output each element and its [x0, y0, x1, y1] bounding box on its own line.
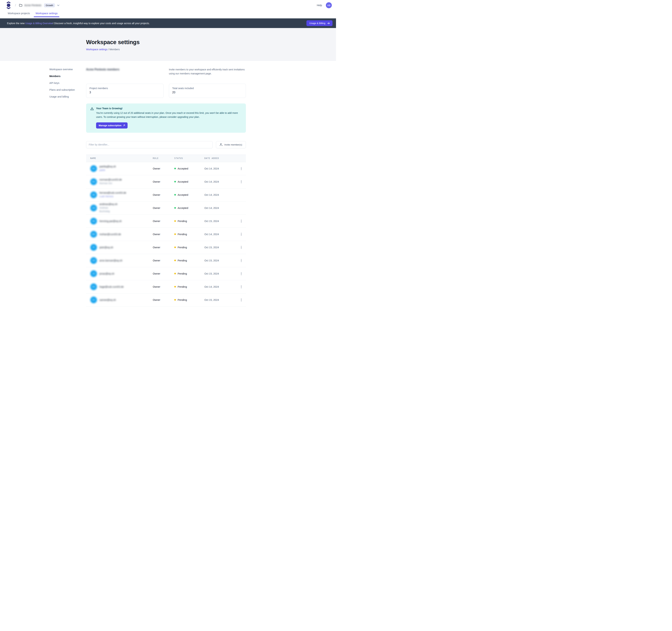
member-date-added: Oct 14, 2024 — [205, 167, 237, 170]
workspace-name[interactable]: Acme Pentests — [24, 4, 42, 7]
alert-body: You're currently using 12 out of 20 addi… — [96, 111, 242, 119]
project-members-card: Project members 3 — [86, 84, 164, 98]
member-secondary-name[interactable]: Norman Orz — [99, 182, 122, 185]
brand-logo-icon[interactable] — [6, 1, 11, 9]
breadcrumb-separator: / — [15, 3, 16, 7]
member-secondary-name[interactable]: Luah Herrera — [99, 195, 126, 198]
member-secondary-name[interactable]: AndreasBuchsteig — [99, 206, 117, 213]
member-email: samee@wy.sh — [99, 299, 116, 301]
member-email: piotr@wy.sh — [99, 246, 113, 249]
member-avatar: SA — [90, 297, 97, 303]
member-avatar: HE — [90, 218, 97, 225]
table-row: AR arne.loenser@wy.sh Owner Pending Oct … — [86, 254, 246, 267]
member-status: Pending — [177, 285, 187, 288]
member-email: jonas@wy.sh — [99, 272, 114, 275]
row-menu-button[interactable] — [240, 271, 243, 277]
member-role: Owner — [153, 272, 174, 275]
tab-workspace-projects[interactable]: Workspace projects — [7, 10, 31, 17]
settings-sidenav: Workspace overview Members API keys Plan… — [49, 68, 79, 307]
invite-members-button[interactable]: Invite member(s) — [216, 141, 246, 148]
member-email: hage@sub.curo53.de — [99, 285, 124, 288]
status-dot-icon — [174, 299, 176, 301]
plan-badge: Growth — [44, 3, 55, 7]
team-growing-alert: Your Team is Growing! You're currently u… — [86, 103, 246, 133]
tab-workspace-settings[interactable]: Workspace settings — [35, 10, 58, 17]
member-email: norman@curo53.de — [99, 178, 122, 181]
member-status: Accepted — [177, 207, 188, 209]
project-members-label: Project members — [90, 87, 160, 90]
members-table-header: NAME ROLE STATUS DATE ADDED — [86, 155, 246, 162]
status-dot-icon — [174, 168, 176, 169]
table-row: SA samee@wy.sh Owner Pending Oct 15, 202… — [86, 294, 246, 307]
arrow-up-right-icon — [123, 124, 125, 126]
row-menu-button[interactable] — [240, 284, 243, 290]
members-heading: Acme Pentests members — [86, 68, 169, 76]
table-row: JO jonas@wy.sh Owner Pending Oct 15, 202… — [86, 267, 246, 280]
member-role: Owner — [153, 207, 174, 209]
member-email: herrara@sub.curo53.de — [99, 191, 126, 194]
status-dot-icon — [174, 194, 176, 195]
workspace-tabs: Workspace projects Workspace settings — [0, 10, 336, 18]
column-header-role: ROLE — [153, 157, 174, 160]
row-menu-button[interactable] — [240, 231, 243, 237]
member-avatar: PI — [90, 244, 97, 251]
row-menu-button[interactable] — [240, 218, 243, 224]
total-seats-card: Total seats included 20 — [169, 84, 246, 98]
breadcrumb-link[interactable]: Workspace settings — [86, 48, 107, 51]
topbar: / Acme Pentests Growth Help AB Workspace… — [0, 0, 336, 18]
page-title: Workspace settings — [86, 39, 336, 46]
sidebar-item-plans-subscription[interactable]: Plans and subscription — [49, 88, 79, 92]
folder-icon — [19, 4, 22, 7]
warning-triangle-icon — [90, 107, 94, 119]
table-row: MO mohan@curo53.de Owner Pending Oct 14,… — [86, 228, 246, 241]
total-seats-value: 20 — [172, 91, 243, 94]
member-email: arne.loenser@wy.sh — [99, 259, 122, 262]
sidebar-item-workspace-overview[interactable]: Workspace overview — [49, 68, 79, 71]
row-menu-button[interactable] — [240, 244, 243, 250]
member-email: henning.par@wy.sh — [99, 220, 122, 223]
member-role: Owner — [153, 193, 174, 196]
sidebar-item-usage-billing[interactable]: Usage and billing — [49, 95, 79, 99]
row-menu-button[interactable] — [240, 179, 243, 185]
usage-billing-button[interactable]: Usage & Billing — [307, 20, 333, 26]
column-header-name: NAME — [86, 157, 153, 160]
breadcrumb: Workspace settings / Members — [86, 48, 336, 51]
status-dot-icon — [174, 220, 176, 222]
member-date-added: Oct 15, 2024 — [205, 246, 237, 249]
user-avatar[interactable]: AB — [326, 2, 332, 8]
status-dot-icon — [174, 181, 176, 183]
member-date-added: Oct 14, 2024 — [205, 180, 237, 183]
help-link[interactable]: Help — [317, 4, 322, 7]
sidebar-item-members[interactable]: Members — [49, 74, 79, 78]
member-avatar: PA — [90, 165, 97, 172]
member-date-added: Oct 14, 2024 — [205, 207, 237, 209]
member-status: Pending — [177, 233, 187, 236]
table-row: HE henning.par@wy.sh Owner Pending Oct 1… — [86, 215, 246, 228]
member-secondary-name[interactable]: patrik — [99, 168, 116, 172]
chevron-down-icon[interactable] — [57, 4, 59, 6]
banner-text: Explore the new Usage & Billing Overview… — [7, 22, 150, 25]
row-menu-button[interactable] — [240, 297, 243, 303]
member-avatar: NO — [90, 179, 97, 185]
member-role: Owner — [153, 167, 174, 170]
status-dot-icon — [174, 247, 176, 248]
total-seats-label: Total seats included — [172, 87, 243, 90]
row-menu-button[interactable] — [240, 166, 243, 171]
member-email: andreas@wy.sh — [99, 203, 117, 206]
member-date-added: Oct 15, 2024 — [205, 299, 237, 301]
member-status: Accepted — [177, 180, 188, 183]
project-members-value: 3 — [90, 91, 160, 94]
filter-input[interactable] — [86, 141, 213, 148]
member-email: patrikq@wy.sh — [99, 165, 116, 168]
manage-subscription-button[interactable]: Manage subscription — [96, 122, 127, 128]
table-row: HE herrara@sub.curo53.de Luah Herrera Ow… — [86, 188, 246, 202]
member-role: Owner — [153, 233, 174, 236]
member-email: mohan@curo53.de — [99, 233, 121, 236]
member-status: Pending — [177, 299, 187, 301]
row-menu-button[interactable] — [240, 258, 243, 263]
sidebar-item-api-keys[interactable]: API keys — [49, 81, 79, 85]
arrow-right-icon — [327, 22, 330, 24]
table-row: HA hage@sub.curo53.de Owner Pending Oct … — [86, 280, 246, 294]
member-avatar: AN — [90, 205, 97, 211]
banner-link[interactable]: Usage & Billing Overview — [25, 22, 53, 25]
